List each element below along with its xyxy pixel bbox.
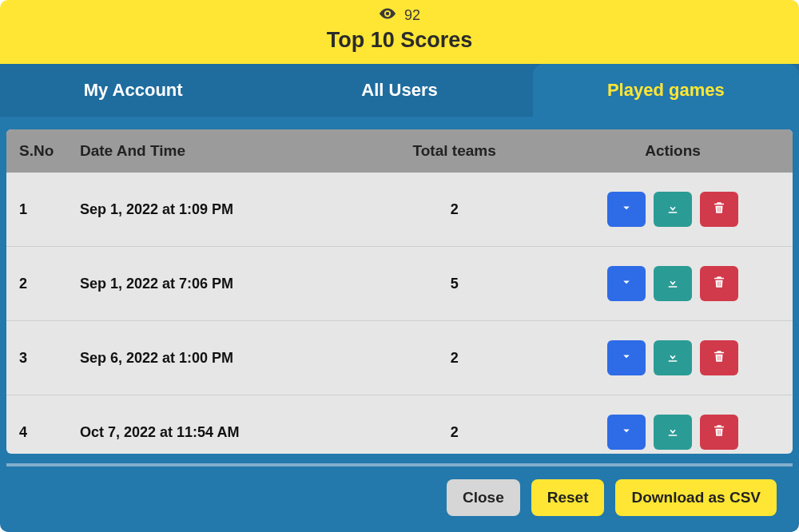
table-row: 3Sep 6, 2022 at 1:00 PM2 bbox=[6, 321, 793, 395]
download-button[interactable] bbox=[654, 266, 692, 301]
chevron-down-icon bbox=[619, 349, 634, 367]
cell-teams: 2 bbox=[356, 201, 553, 218]
close-button[interactable]: Close bbox=[447, 479, 520, 516]
tab-bar: My Account All Users Played games bbox=[0, 64, 799, 117]
footer-bar: Close Reset Download as CSV bbox=[6, 466, 793, 532]
expand-button[interactable] bbox=[607, 192, 646, 227]
chevron-down-icon bbox=[619, 423, 634, 442]
download-csv-button[interactable]: Download as CSV bbox=[615, 479, 777, 516]
cell-teams: 5 bbox=[356, 276, 553, 292]
download-button[interactable] bbox=[654, 340, 692, 375]
expand-button[interactable] bbox=[607, 340, 646, 375]
table-header-row: S.No Date And Time Total teams Actions bbox=[6, 129, 793, 173]
download-icon bbox=[666, 349, 680, 367]
tab-my-account[interactable]: My Account bbox=[0, 64, 266, 117]
trash-icon bbox=[712, 349, 726, 367]
tab-played-games[interactable]: Played games bbox=[533, 64, 799, 117]
cell-date: Oct 7, 2022 at 11:54 AM bbox=[70, 424, 356, 441]
view-count-value: 92 bbox=[404, 7, 420, 24]
col-header-date: Date And Time bbox=[70, 142, 356, 160]
delete-button[interactable] bbox=[700, 192, 738, 227]
col-header-actions: Actions bbox=[553, 142, 793, 160]
download-icon bbox=[666, 200, 680, 219]
table-row: 4Oct 7, 2022 at 11:54 AM2 bbox=[6, 395, 793, 454]
games-table: S.No Date And Time Total teams Actions 1… bbox=[6, 129, 793, 454]
cell-actions bbox=[553, 340, 793, 375]
delete-button[interactable] bbox=[700, 266, 738, 301]
table-row: 1Sep 1, 2022 at 1:09 PM2 bbox=[6, 173, 793, 247]
cell-actions bbox=[553, 266, 793, 301]
download-button[interactable] bbox=[654, 192, 692, 227]
table-body: 1Sep 1, 2022 at 1:09 PM22Sep 1, 2022 at … bbox=[6, 173, 793, 454]
trash-icon bbox=[712, 423, 726, 442]
cell-sno: 3 bbox=[6, 350, 70, 367]
delete-button[interactable] bbox=[700, 340, 738, 375]
cell-actions bbox=[553, 415, 793, 450]
cell-date: Sep 1, 2022 at 7:06 PM bbox=[70, 276, 356, 292]
expand-button[interactable] bbox=[607, 415, 646, 450]
download-icon bbox=[666, 423, 680, 442]
content-area: S.No Date And Time Total teams Actions 1… bbox=[0, 117, 799, 532]
download-button[interactable] bbox=[654, 415, 692, 450]
trash-icon bbox=[712, 200, 726, 219]
delete-button[interactable] bbox=[700, 415, 738, 450]
cell-teams: 2 bbox=[356, 350, 553, 367]
eye-icon bbox=[379, 5, 396, 26]
page-title: Top 10 Scores bbox=[0, 28, 799, 53]
col-header-teams: Total teams bbox=[356, 142, 553, 160]
table-row: 2Sep 1, 2022 at 7:06 PM5 bbox=[6, 247, 793, 321]
cell-actions bbox=[553, 192, 793, 227]
download-icon bbox=[666, 275, 680, 293]
reset-button[interactable]: Reset bbox=[531, 479, 605, 516]
expand-button[interactable] bbox=[607, 266, 646, 301]
cell-sno: 4 bbox=[6, 424, 70, 441]
chevron-down-icon bbox=[619, 200, 634, 219]
col-header-sno: S.No bbox=[6, 142, 70, 160]
view-count: 92 bbox=[0, 5, 799, 26]
cell-sno: 1 bbox=[6, 201, 70, 218]
tab-all-users[interactable]: All Users bbox=[266, 64, 532, 117]
cell-sno: 2 bbox=[6, 276, 70, 292]
cell-teams: 2 bbox=[356, 424, 553, 441]
chevron-down-icon bbox=[619, 275, 634, 293]
cell-date: Sep 6, 2022 at 1:00 PM bbox=[70, 350, 356, 367]
trash-icon bbox=[712, 275, 726, 293]
cell-date: Sep 1, 2022 at 1:09 PM bbox=[70, 201, 356, 218]
header-bar: 92 Top 10 Scores bbox=[0, 0, 799, 64]
